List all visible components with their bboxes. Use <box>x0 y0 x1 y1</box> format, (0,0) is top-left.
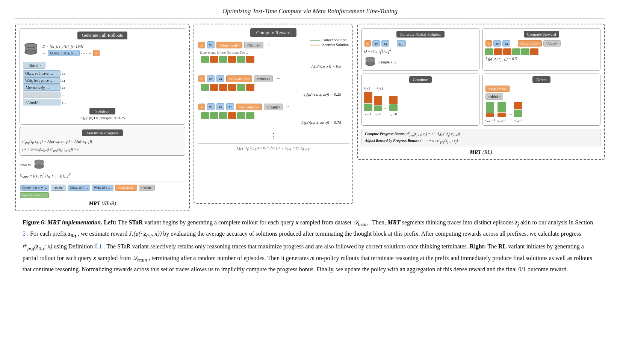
right-compute-formula: Jr(μ(·|zj; cj−1)) = 0.5 <box>485 57 598 62</box>
dataset-formula: DMRT = {(xi, yii, (z0, z1, …))}i=1N <box>20 173 185 179</box>
caption-left-text2: variant begins by generating a complete … <box>144 219 296 226</box>
caption-left-text1: The <box>118 219 129 226</box>
caption-area: Figure 6: MRT implementation. Left: The … <box>15 217 605 275</box>
d-train2: 𝒟 <box>132 255 137 261</box>
r-prg-math: rμprg(z0:j; x) <box>23 243 52 250</box>
svg-point-5 <box>35 165 44 168</box>
mrt-bold: MRT <box>387 219 401 226</box>
page-title: Optimizing Test-Time Compute via Meta Re… <box>15 8 605 15</box>
query-token: Query: Let a, b … <box>48 50 80 56</box>
rollout-2: x z₀ z₁ <stop-think> </think> → Jr(μ(·|z… <box>198 75 349 98</box>
middle-panel: Compute Reward Correct Solution Incorrec… <box>194 24 353 204</box>
pass-formula: Jr(μ(·|x)) = pass@1 = 0.25 <box>23 116 182 121</box>
x-token: x <box>93 50 100 56</box>
caption-right-text4: , terminating after a random number of e… <box>148 255 310 261</box>
bottom-token-row: Query: Let x, y … <think> Okay, so I … W… <box>20 182 185 199</box>
legend: Correct Solution Incorrect Solution <box>310 38 349 47</box>
caption-left-text8: , we estimate reward <box>78 230 129 237</box>
z3-item: … … <box>23 92 67 98</box>
direct-header: Direct <box>532 76 550 83</box>
caption-left-text9: by evaluating the average accuracy of so… <box>163 230 581 237</box>
left-panel-label: MRT (STaR) <box>20 201 185 207</box>
legend-incorrect: Incorrect Solution <box>322 43 349 47</box>
rl-variant: RL <box>498 243 507 250</box>
star-variant: STaR <box>129 219 143 226</box>
legend-correct: Correct Solution <box>322 38 346 42</box>
z1-item: Wait, let's parse … z₁ <box>23 77 67 84</box>
z0-item: Okay, so I have … z₀ <box>23 70 67 77</box>
sample-xy: Sample x, y <box>378 60 396 64</box>
figure-number: Figure 6: <box>23 219 46 226</box>
caption-left-text3: sampled from dataset <box>300 219 353 226</box>
reward-note1: Compute Progress Bonus: rμprg(zj+1; cj) … <box>365 131 597 137</box>
caption-left-text10: using Definition <box>54 243 94 250</box>
reward-note2: Adjust Reward by Progress Bonus: r' = r … <box>365 138 597 144</box>
bottom-formula: Jr(μ(·|zj; cj−1)) < 0.75 for j > 2, cj−1… <box>198 143 349 151</box>
database-icon <box>23 42 39 59</box>
maximize-formula2: j = argmaxj(Σk=0j rμprg(zk; ck−1)) > 0 <box>22 146 183 153</box>
z2-item: Alternatively, … z₂ <box>23 84 67 91</box>
compute-reward-right-header: Compute Reward <box>524 31 559 38</box>
reward-notes: Compute Progress Bonus: rμprg(zj+1; cj) … <box>361 129 600 146</box>
db-icon-right <box>364 56 376 68</box>
maximize-box: Maximize Progress rμprg(zj; cj−1) = Jr(μ… <box>20 127 185 156</box>
section-link[interactable]: 5 <box>23 230 26 237</box>
right-panel-label: MRT (RL) <box>361 149 600 155</box>
query-row: → Query: Let a, b … - - - → x <box>42 50 182 57</box>
rollout-3: x z₀ z₁ z₂ <stop-think> </think> → Jr(μ(… <box>198 103 349 126</box>
caption-title: MRT implementation. <box>47 219 102 226</box>
gen-rollouts-box: Generate Full Rollouts D = {(x_i <box>20 28 185 125</box>
caption-right-text1: The <box>487 243 498 250</box>
x-bold-math: x <box>93 255 96 261</box>
caption-left-text7: . For each prefix <box>27 230 68 237</box>
zj-item: </think> z_j <box>23 99 67 105</box>
think-token: <think> <box>23 62 45 69</box>
d-train: 𝒟 <box>353 219 358 226</box>
solution-box: Solution <box>89 108 115 114</box>
caption-left-text5: segments thinking traces into distinct e… <box>402 219 515 226</box>
continue-box: Continue zj+1 · · · zj+1 r1=1 <box>361 74 479 126</box>
left-panel: Generate Full Rollouts D = {(x_i <box>15 24 190 211</box>
continue-header: Continue <box>409 76 432 83</box>
compute-reward-right-box: Compute Reward x z₀ z₁ · · · <stop-think… <box>482 28 600 71</box>
right-panel: Generate Partial Solution x z₀ z₁ · · · … <box>357 24 605 160</box>
caption-left-text6: akin to our analysis in Section <box>520 219 593 226</box>
def-link[interactable]: 6.1 <box>95 243 102 250</box>
right-label: Right: <box>470 243 486 250</box>
rollout2-formula: Jr(μ(·|z₁; x, z₀)) = 0.25 <box>198 92 349 98</box>
maximize-header: Maximize Progress <box>82 129 123 136</box>
direct-box: Direct <stop-think> </think> rm+1=1 <box>482 74 600 126</box>
rollout1-formula: Jr(μ(·|z₀; x)) = 0.5 <box>198 64 349 69</box>
m-math: m <box>310 255 315 261</box>
database-icon-2 <box>33 159 45 171</box>
gen-rollouts-header: Generate Full Rollouts <box>77 32 127 39</box>
caption-left-text11: . The STaR variant selectively retains o… <box>104 243 470 250</box>
gen-partial-header: Generate Partial Solution <box>396 31 444 38</box>
compute-reward-header: Compute Reward <box>250 28 296 37</box>
rollout3-formula: Jr(μ(·|z₂; x, z₀:₁)) = 0.75 <box>198 120 349 126</box>
vertical-dots: ⋮ <box>198 131 349 140</box>
caption-left-text4: . Then, <box>369 219 387 226</box>
jr-formula: Jr(μ(·|z0:j, x)) <box>129 230 162 237</box>
caption-right-text3: sampled from <box>98 255 132 261</box>
save-to-label: Save to <box>20 163 31 167</box>
diagram-area: Generate Full Rollouts D = {(x_i <box>15 24 605 211</box>
left-label: Left: <box>104 219 116 226</box>
title-divider <box>15 18 605 18</box>
x-math: x <box>296 219 299 226</box>
gen-partial-box: Generate Partial Solution x z₀ z₁ · · · … <box>361 28 479 71</box>
svg-point-8 <box>366 62 375 66</box>
maximize-formula1: rμprg(zj; cj−1) = Jr(μ(·|zj; cj−1)) − Jr… <box>22 138 183 146</box>
db-label: D = {(x_i, y_i^i)}_{i=1}^N <box>42 44 83 48</box>
